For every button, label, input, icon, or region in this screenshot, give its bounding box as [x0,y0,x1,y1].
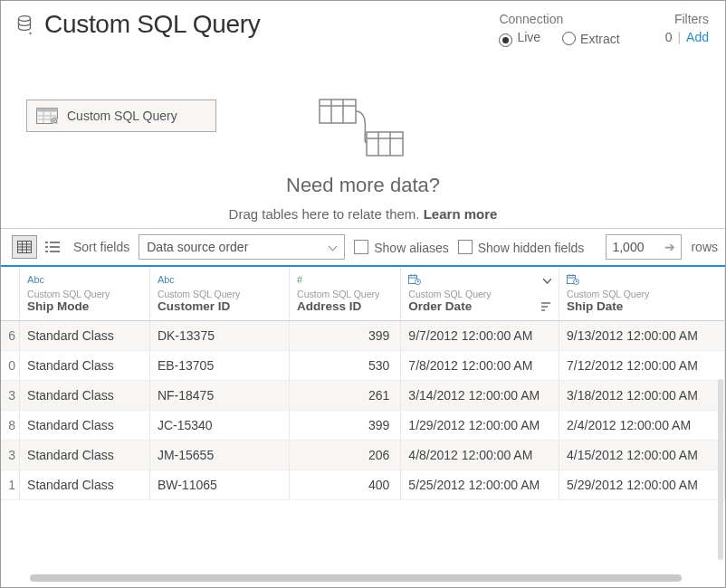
cell-order-date: 5/25/2012 12:00:00 AM [401,470,559,500]
show-aliases-checkbox[interactable]: Show aliases [354,240,449,255]
custom-sql-icon [36,108,58,124]
cell-address-id: 399 [290,321,401,351]
sort-fields-select[interactable]: Data source order [139,234,345,260]
number-type-icon: # [297,274,302,285]
svg-rect-9 [320,100,356,123]
column-header-address-id[interactable]: # Custom SQL Query Address ID [290,267,401,321]
datetime-type-icon [567,274,579,285]
cell-order-date: 1/29/2012 12:00:00 AM [401,411,559,441]
table-row[interactable]: 3Standard ClassNF-184752613/14/2012 12:0… [1,381,725,411]
row-number: 8 [1,411,20,441]
cell-ship-date: 9/13/2012 12:00:00 AM [559,321,725,351]
cell-ship-mode: Standard Class [20,321,150,351]
learn-more-link[interactable]: Learn more [424,206,498,222]
cell-customer-id: DK-13375 [149,321,289,351]
cell-customer-id: JM-15655 [149,441,289,470]
cell-ship-mode: Standard Class [20,470,150,500]
cell-ship-mode: Standard Class [20,441,150,470]
need-more-data-heading: Need more data? [1,174,725,197]
column-header-ship-date[interactable]: Custom SQL Query Ship Date [559,267,725,321]
page-title: Custom SQL Query [44,10,260,39]
table-row[interactable]: 0Standard ClassEB-137055307/8/2012 12:00… [1,351,725,381]
row-number: 0 [1,351,20,381]
relate-tables-icon [318,98,408,161]
connection-live-radio[interactable]: Live [499,30,540,47]
horizontal-scrollbar[interactable] [30,574,682,582]
chevron-down-icon[interactable] [543,272,551,287]
filters-label: Filters [665,12,709,26]
table-row[interactable]: 1Standard ClassBW-110654005/25/2012 12:0… [1,470,725,500]
sort-fields-label: Sort fields [73,240,129,254]
show-hidden-fields-checkbox[interactable]: Show hidden fields [458,240,585,255]
filters-count: 0 [665,30,673,44]
data-model-canvas[interactable]: Custom SQL Query Need more data? Drag ta… [1,47,725,228]
rows-limit-input[interactable]: 1,000 ➔ [606,234,682,260]
svg-point-0 [19,16,31,22]
svg-rect-13 [367,132,403,156]
sort-icon[interactable] [540,301,551,312]
cell-order-date: 3/14/2012 12:00:00 AM [401,381,559,411]
cell-ship-date: 4/15/2012 12:00:00 AM [559,441,725,470]
text-type-icon: Abc [27,274,44,285]
cell-address-id: 261 [290,381,401,411]
row-number: 3 [1,381,20,411]
add-filter-link[interactable]: Add [686,30,709,44]
cell-ship-date: 7/12/2012 12:00:00 AM [559,351,725,381]
cell-ship-date: 5/29/2012 12:00:00 AM [559,470,725,500]
cell-customer-id: JC-15340 [149,411,289,441]
cell-address-id: 399 [290,411,401,441]
connection-selector: Connection Live Extract [499,12,619,47]
vertical-scrollbar[interactable] [718,379,723,560]
row-number: 6 [1,321,20,351]
cell-order-date: 7/8/2012 12:00:00 AM [401,351,559,381]
arrow-right-icon: ➔ [664,240,675,254]
connection-extract-radio[interactable]: Extract [562,32,620,46]
svg-rect-2 [37,109,58,112]
drag-tables-hint: Drag tables here to relate them. [229,206,424,222]
cell-order-date: 4/8/2012 12:00:00 AM [401,441,559,470]
cell-address-id: 530 [290,351,401,381]
column-header-order-date[interactable]: Custom SQL Query Order Date [401,267,559,321]
metadata-grid-view-button[interactable] [12,235,37,259]
chevron-down-icon [329,240,337,254]
cell-customer-id: NF-18475 [149,381,289,411]
row-number: 1 [1,470,20,500]
cell-customer-id: EB-13705 [149,351,289,381]
cell-ship-mode: Standard Class [20,351,150,381]
data-grid: Abc Custom SQL Query Ship Mode Abc Custo… [1,267,725,500]
cell-ship-date: 2/4/2012 12:00:00 AM [559,411,725,441]
row-number-header [1,267,20,321]
row-number: 3 [1,441,20,470]
cell-ship-date: 3/18/2012 12:00:00 AM [559,381,725,411]
datetime-type-icon [408,274,421,285]
cell-address-id: 400 [290,470,401,500]
cell-order-date: 9/7/2012 12:00:00 AM [401,321,559,351]
cell-address-id: 206 [290,441,401,470]
text-type-icon: Abc [158,274,175,285]
logical-table-label: Custom SQL Query [67,109,177,123]
database-icon[interactable] [17,15,35,33]
table-row[interactable]: 8Standard ClassJC-153403991/29/2012 12:0… [1,411,725,441]
column-header-customer-id[interactable]: Abc Custom SQL Query Customer ID [149,267,289,321]
cell-ship-mode: Standard Class [20,411,150,441]
list-view-button[interactable] [41,236,64,258]
logical-table-pill[interactable]: Custom SQL Query [26,100,216,132]
table-row[interactable]: 3Standard ClassJM-156552064/8/2012 12:00… [1,441,725,470]
cell-ship-mode: Standard Class [20,381,150,411]
rows-label: rows [691,240,718,254]
table-row[interactable]: 6Standard ClassDK-133753999/7/2012 12:00… [1,321,725,351]
connection-label: Connection [499,12,619,26]
column-header-ship-mode[interactable]: Abc Custom SQL Query Ship Mode [20,267,150,321]
cell-customer-id: BW-11065 [149,470,289,500]
